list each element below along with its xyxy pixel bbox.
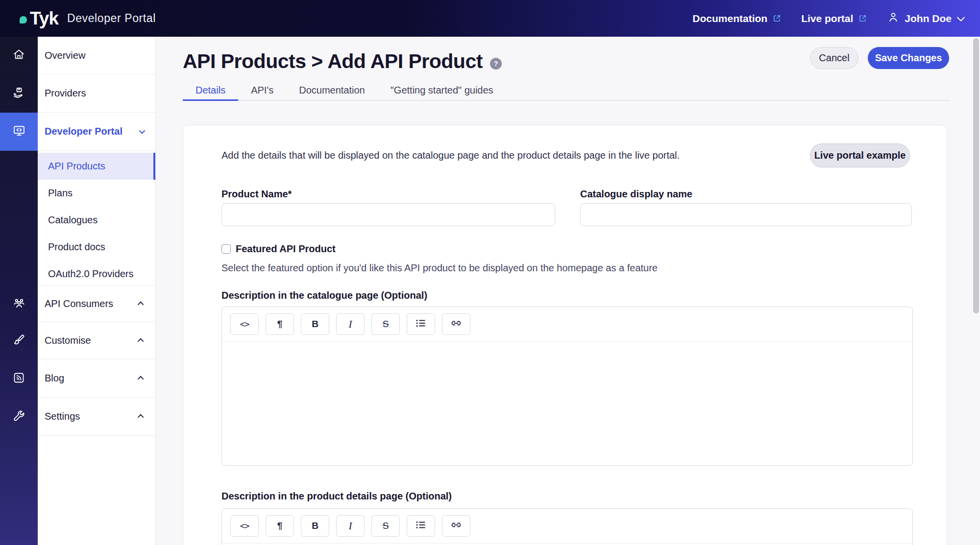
description-catalogue-label: Description in the catalogue page (Optio… [221, 290, 427, 301]
paragraph-icon: ¶ [277, 521, 283, 531]
home-icon [12, 48, 25, 63]
rail-item-settings[interactable] [0, 398, 38, 436]
bold-button[interactable]: B [301, 515, 329, 537]
sidebar-item-overview[interactable]: Overview [38, 37, 155, 74]
card-intro-text: Add the details that will be displayed o… [221, 150, 680, 161]
code-button[interactable]: <> [230, 515, 259, 537]
sidebar-item-label: Settings [45, 411, 80, 422]
sidebar-item-settings[interactable]: Settings [38, 398, 155, 436]
rail-item-api-consumers[interactable] [0, 285, 38, 322]
vertical-scrollbar[interactable] [973, 38, 979, 313]
featured-checkbox[interactable] [221, 244, 231, 254]
bullet-list-button[interactable] [407, 313, 435, 335]
sidebar-item-plans[interactable]: Plans [38, 180, 155, 207]
product-name-input[interactable] [221, 203, 555, 226]
strikethrough-icon: S [383, 319, 389, 330]
sidebar-item-label: Developer Portal [45, 126, 122, 137]
sidebar-item-oauth-providers[interactable]: OAuth2.0 Providers [38, 261, 155, 287]
strikethrough-button[interactable]: S [371, 515, 400, 537]
sidebar-item-providers[interactable]: Providers [38, 74, 155, 113]
sidebar-item-label: Customise [45, 335, 91, 346]
api-consumers-icon [12, 296, 26, 312]
rail-item-developer-portal[interactable] [0, 113, 38, 151]
sidebar-item-blog[interactable]: Blog [38, 359, 155, 398]
sidebar-item-catalogues[interactable]: Catalogues [38, 207, 155, 234]
bullet-list-button[interactable] [407, 515, 435, 537]
description-catalogue-content[interactable] [222, 342, 912, 391]
tab-apis[interactable]: API's [238, 81, 286, 101]
developer-portal-subnav: API Products Plans Catalogues Product do… [38, 151, 155, 285]
link-button[interactable] [442, 515, 470, 537]
link-icon [450, 317, 462, 332]
paragraph-icon: ¶ [277, 319, 283, 330]
brand-product: Developer Portal [67, 12, 156, 25]
bold-button[interactable]: B [301, 313, 329, 335]
featured-hint: Select the featured option if you'd like… [221, 262, 658, 274]
live-portal-link-label: Live portal [801, 13, 853, 24]
italic-button[interactable]: I [336, 313, 365, 335]
italic-icon: I [349, 520, 352, 532]
person-icon [887, 11, 900, 26]
featured-row: Featured API Product [221, 243, 336, 255]
tab-details[interactable]: Details [183, 81, 238, 101]
documentation-link-label: Documentation [692, 13, 767, 24]
rail-item-customise[interactable] [0, 322, 38, 359]
code-icon: <> [240, 319, 249, 329]
sidebar-item-api-consumers[interactable]: API Consumers [38, 285, 155, 322]
tab-documentation[interactable]: Documentation [286, 81, 378, 101]
sidebar-item-label: Providers [45, 88, 86, 99]
brand-name: Tyk [30, 8, 58, 29]
settings-icon [12, 409, 26, 425]
rail-item-providers[interactable] [0, 74, 38, 113]
user-menu[interactable]: John Doe [887, 11, 965, 26]
editor-toolbar: <> ¶ B I S [222, 509, 912, 544]
providers-icon [12, 86, 25, 101]
chevron-up-icon [138, 414, 144, 421]
link-button[interactable] [442, 313, 470, 335]
paragraph-button[interactable]: ¶ [266, 313, 294, 335]
external-link-icon [772, 14, 782, 23]
blog-icon [12, 371, 25, 386]
catalogue-display-name-label: Catalogue display name [580, 189, 692, 200]
sidebar-item-product-docs[interactable]: Product docs [38, 234, 155, 261]
paragraph-button[interactable]: ¶ [266, 515, 294, 537]
cancel-button[interactable]: Cancel [810, 47, 858, 69]
customise-icon [12, 333, 26, 349]
strikethrough-button[interactable]: S [371, 313, 400, 335]
chevron-up-icon [138, 376, 144, 382]
topbar-nav: Documentation Live portal [692, 11, 965, 26]
documentation-link[interactable]: Documentation [692, 13, 782, 24]
link-icon [450, 519, 462, 533]
chevron-down-icon [139, 128, 146, 134]
description-details-editor: <> ¶ B I S [221, 508, 913, 545]
sidebar-item-api-products[interactable]: API Products [38, 153, 155, 180]
catalogue-display-name-input[interactable] [580, 203, 912, 226]
sidebar-item-customise[interactable]: Customise [38, 322, 155, 359]
save-changes-button[interactable]: Save Changes [868, 47, 949, 69]
bullet-list-icon [416, 521, 426, 532]
tab-getting-started-guides[interactable]: "Getting started" guides [378, 81, 506, 101]
bold-icon: B [312, 521, 318, 531]
code-icon: <> [240, 521, 249, 531]
featured-label[interactable]: Featured API Product [236, 243, 336, 255]
icon-rail [0, 37, 38, 545]
live-portal-example-button[interactable]: Live portal example [810, 143, 910, 167]
sidebar: Overview Providers Developer Portal API … [38, 37, 156, 545]
sidebar-item-developer-portal[interactable]: Developer Portal [38, 113, 155, 151]
sidebar-item-label: Catalogues [48, 214, 98, 226]
page-title-text: API Products > Add API Product [183, 50, 483, 73]
code-button[interactable]: <> [230, 313, 259, 335]
rail-item-overview[interactable] [0, 37, 38, 74]
description-details-label: Description in the product details page … [221, 491, 452, 502]
sidebar-item-label: API Consumers [45, 298, 113, 309]
user-name: John Doe [905, 13, 952, 24]
tyk-logo[interactable]: Tyk Developer Portal [20, 8, 156, 29]
help-icon[interactable]: ? [490, 58, 502, 70]
rail-item-blog[interactable] [0, 359, 38, 398]
header-actions: Cancel Save Changes [810, 47, 949, 69]
tab-bar: Details API's Documentation "Getting sta… [183, 81, 951, 101]
sidebar-item-label: API Products [48, 161, 105, 172]
sidebar-item-label: OAuth2.0 Providers [48, 268, 134, 280]
italic-button[interactable]: I [336, 515, 365, 537]
live-portal-link[interactable]: Live portal [801, 13, 867, 24]
